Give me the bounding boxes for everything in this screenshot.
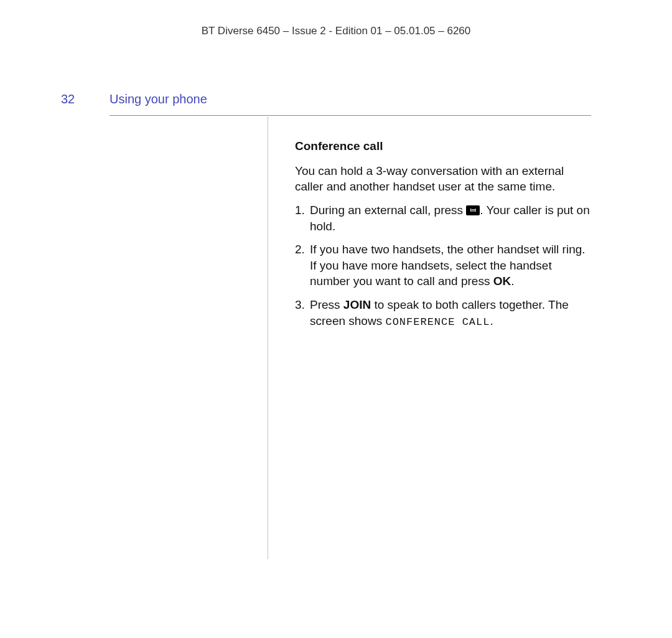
content-intro: You can hold a 3-way conversation with a… xyxy=(295,163,591,195)
step-3: 3. Press JOIN to speak to both callers t… xyxy=(295,297,591,330)
page-number: 32 xyxy=(61,92,110,106)
document-header: BT Diverse 6450 – Issue 2 - Edition 01 –… xyxy=(0,25,672,37)
int-key-icon: Int xyxy=(466,205,480,215)
step-3-text-c: . xyxy=(490,314,493,327)
page-header: 32 Using your phone xyxy=(61,92,207,106)
step-2: 2. If you have two handsets, the other h… xyxy=(295,242,591,289)
main-content: Conference call You can hold a 3-way con… xyxy=(295,138,591,337)
step-number: 3. xyxy=(295,297,310,330)
horizontal-divider xyxy=(110,115,591,116)
step-text: If you have two handsets, the other hand… xyxy=(310,242,591,289)
section-title: Using your phone xyxy=(110,92,207,106)
lcd-display-text: CONFERENCE CALL xyxy=(385,316,490,328)
step-text: During an external call, press Int. Your… xyxy=(310,202,591,234)
step-number: 1. xyxy=(295,202,310,234)
step-2-text-b: . xyxy=(511,274,514,288)
step-1: 1. During an external call, press Int. Y… xyxy=(295,202,591,234)
step-1-before: During an external call, press xyxy=(310,204,466,217)
step-3-text-a: Press xyxy=(310,298,343,311)
step-2-text-a: If you have two handsets, the other hand… xyxy=(310,243,586,288)
step-text: Press JOIN to speak to both callers toge… xyxy=(310,297,591,330)
join-label: JOIN xyxy=(343,298,371,311)
content-subheading: Conference call xyxy=(295,138,591,154)
vertical-divider xyxy=(268,117,268,559)
step-number: 2. xyxy=(295,242,310,289)
header-text: BT Diverse 6450 – Issue 2 - Edition 01 –… xyxy=(202,25,471,37)
ok-label: OK xyxy=(493,274,511,288)
